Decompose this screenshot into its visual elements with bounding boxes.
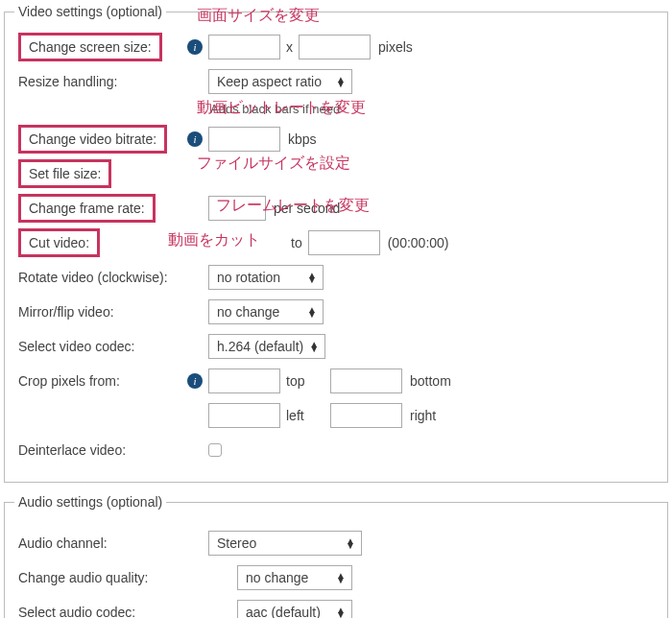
label-audio-codec: Select audio codec: <box>18 605 135 618</box>
label-file-size: Set file size: <box>18 159 111 188</box>
cut-hint: (00:00:00) <box>388 235 449 250</box>
crop-bottom-input[interactable] <box>330 368 402 393</box>
crop-top-input[interactable] <box>208 368 280 393</box>
crop-right-label: right <box>410 408 436 423</box>
chevron-updown-icon: ▲▼ <box>307 307 317 317</box>
chevron-updown-icon: ▲▼ <box>336 77 346 86</box>
row-audio-codec: Select audio codec: aac (default) ▲▼ <box>14 598 658 618</box>
label-resize-handling: Resize handling: <box>18 74 118 89</box>
crop-left-label: left <box>286 408 324 423</box>
row-mirror: Mirror/flip video: no change ▲▼ <box>14 297 658 326</box>
annot-screen-size: 画面サイズを変更 <box>197 6 320 26</box>
crop-bottom-label: bottom <box>410 373 451 389</box>
rotate-select[interactable]: no rotation ▲▼ <box>208 265 324 290</box>
screen-height-input[interactable] <box>299 35 371 59</box>
pixels-unit: pixels <box>378 39 413 55</box>
row-frame-rate: Change frame rate: per second フレームレートを変更 <box>14 194 658 223</box>
crop-left-input[interactable] <box>208 403 280 428</box>
row-resize-handling: Resize handling: Keep aspect ratio ▲▼ <box>14 67 658 96</box>
cut-to-label: to <box>291 235 302 250</box>
label-frame-rate: Change frame rate: <box>18 194 156 223</box>
crop-top-label: top <box>286 373 324 389</box>
video-settings-fieldset: Video settings (optional) 画面サイズを変更 Chang… <box>4 4 668 483</box>
row-cut-video: Cut video: 動画をカット to (00:00:00) <box>14 228 658 257</box>
info-icon[interactable]: i <box>187 373 203 389</box>
annot-cut-video: 動画をカット <box>168 230 260 250</box>
x-separator: x <box>286 39 293 55</box>
label-rotate: Rotate video (clockwise): <box>18 270 168 285</box>
audio-codec-select[interactable]: aac (default) ▲▼ <box>237 600 352 618</box>
audio-settings-legend: Audio settings (optional) <box>14 494 166 510</box>
video-codec-select[interactable]: h.264 (default) ▲▼ <box>208 334 325 359</box>
info-icon[interactable]: i <box>187 39 203 55</box>
audio-channel-select[interactable]: Stereo ▲▼ <box>208 531 362 556</box>
annot-frame-rate: フレームレートを変更 <box>216 196 370 216</box>
label-crop: Crop pixels from: <box>18 373 120 389</box>
row-video-codec: Select video codec: h.264 (default) ▲▼ <box>14 332 658 361</box>
annot-file-size: ファイルサイズを設定 <box>197 154 350 174</box>
label-screen-size: Change screen size: <box>18 33 162 61</box>
chevron-updown-icon: ▲▼ <box>346 538 355 548</box>
resize-handling-select[interactable]: Keep aspect ratio ▲▼ <box>208 69 352 94</box>
row-deinterlace: Deinterlace video: <box>14 436 658 464</box>
chevron-updown-icon: ▲▼ <box>336 573 346 582</box>
row-crop-left: left right <box>14 401 658 430</box>
kbps-unit: kbps <box>288 131 317 147</box>
chevron-updown-icon: ▲▼ <box>309 342 319 351</box>
chevron-updown-icon: ▲▼ <box>336 607 346 617</box>
row-bitrate: Change video bitrate: i kbps <box>14 125 658 154</box>
label-bitrate: Change video bitrate: <box>18 125 167 154</box>
label-audio-quality: Change audio quality: <box>18 570 148 585</box>
label-cut-video: Cut video: <box>18 228 100 257</box>
video-settings-legend: Video settings (optional) <box>14 4 166 19</box>
row-rotate: Rotate video (clockwise): no rotation ▲▼ <box>14 263 658 292</box>
audio-quality-select[interactable]: no change ▲▼ <box>237 565 352 590</box>
cut-end-input[interactable] <box>308 230 380 255</box>
row-audio-quality: Change audio quality: no change ▲▼ <box>14 563 658 592</box>
label-video-codec: Select video codec: <box>18 339 134 354</box>
row-screen-size: Change screen size: i x pixels <box>14 33 658 61</box>
crop-right-input[interactable] <box>330 403 402 428</box>
deinterlace-checkbox[interactable] <box>208 443 222 457</box>
bitrate-input[interactable] <box>208 127 280 152</box>
audio-settings-fieldset: Audio settings (optional) Audio channel:… <box>4 494 668 618</box>
row-file-size: Set file size: ファイルサイズを設定 <box>14 159 658 188</box>
mirror-select[interactable]: no change ▲▼ <box>208 299 324 324</box>
row-crop-top: Crop pixels from: i top bottom <box>14 367 658 395</box>
label-audio-channel: Audio channel: <box>18 535 108 551</box>
screen-width-input[interactable] <box>208 35 280 59</box>
annot-bitrate: 動画ビットレートを変更 <box>197 98 366 118</box>
label-mirror: Mirror/flip video: <box>18 304 114 320</box>
info-icon[interactable]: i <box>187 131 203 147</box>
chevron-updown-icon: ▲▼ <box>307 273 317 282</box>
label-deinterlace: Deinterlace video: <box>18 442 126 458</box>
row-audio-channel: Audio channel: Stereo ▲▼ <box>14 529 658 558</box>
